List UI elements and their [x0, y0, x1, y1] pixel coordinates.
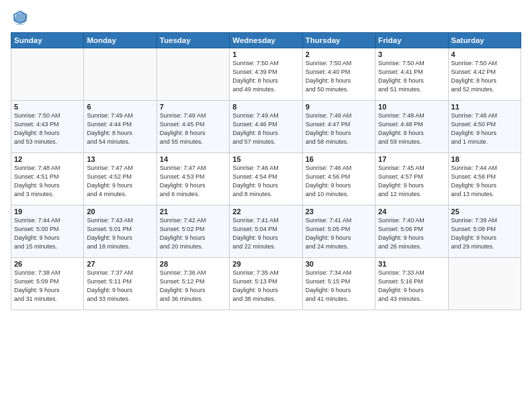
calendar-week-1: 1Sunrise: 7:50 AM Sunset: 4:39 PM Daylig… [11, 48, 521, 101]
day-number: 19 [14, 208, 81, 216]
day-number: 14 [160, 155, 226, 163]
calendar-cell: 5Sunrise: 7:50 AM Sunset: 4:43 PM Daylig… [11, 101, 84, 153]
day-number: 28 [160, 260, 226, 268]
day-info: Sunrise: 7:38 AM Sunset: 5:09 PM Dayligh… [14, 269, 81, 304]
calendar-cell: 8Sunrise: 7:49 AM Sunset: 4:46 PM Daylig… [230, 101, 302, 153]
calendar-cell: 25Sunrise: 7:39 AM Sunset: 5:08 PM Dayli… [448, 205, 521, 258]
calendar-cell: 4Sunrise: 7:50 AM Sunset: 4:42 PM Daylig… [448, 48, 521, 101]
day-info: Sunrise: 7:50 AM Sunset: 4:39 PM Dayligh… [232, 59, 299, 94]
calendar-table: SundayMondayTuesdayWednesdayThursdayFrid… [11, 32, 521, 310]
calendar-cell [84, 48, 157, 101]
day-info: Sunrise: 7:50 AM Sunset: 4:41 PM Dayligh… [378, 59, 445, 94]
calendar-week-2: 5Sunrise: 7:50 AM Sunset: 4:43 PM Daylig… [11, 101, 521, 153]
calendar-cell [157, 48, 229, 101]
day-number: 3 [378, 50, 445, 58]
day-info: Sunrise: 7:46 AM Sunset: 4:54 PM Dayligh… [232, 164, 299, 199]
day-number: 16 [306, 155, 372, 163]
day-number: 18 [451, 155, 518, 163]
calendar-cell: 12Sunrise: 7:48 AM Sunset: 4:51 PM Dayli… [11, 153, 84, 205]
day-info: Sunrise: 7:50 AM Sunset: 4:43 PM Dayligh… [14, 111, 81, 146]
calendar-cell: 26Sunrise: 7:38 AM Sunset: 5:09 PM Dayli… [11, 258, 84, 310]
day-number: 30 [306, 260, 372, 268]
weekday-header-thursday: Thursday [302, 33, 375, 48]
calendar-cell: 11Sunrise: 7:48 AM Sunset: 4:50 PM Dayli… [448, 101, 521, 153]
day-number: 13 [87, 155, 153, 163]
calendar-cell: 16Sunrise: 7:46 AM Sunset: 4:56 PM Dayli… [302, 153, 375, 205]
weekday-header-sunday: Sunday [11, 33, 84, 48]
day-info: Sunrise: 7:44 AM Sunset: 5:00 PM Dayligh… [14, 216, 81, 251]
day-number: 9 [306, 103, 372, 111]
day-info: Sunrise: 7:44 AM Sunset: 4:58 PM Dayligh… [451, 164, 518, 199]
weekday-header-saturday: Saturday [448, 33, 521, 48]
logo [11, 8, 32, 27]
logo-icon [11, 8, 30, 27]
day-number: 20 [87, 208, 153, 216]
calendar-cell: 28Sunrise: 7:36 AM Sunset: 5:12 PM Dayli… [157, 258, 229, 310]
day-number: 21 [160, 208, 226, 216]
day-number: 26 [14, 260, 81, 268]
day-number: 25 [451, 208, 518, 216]
day-number: 10 [378, 103, 445, 111]
day-info: Sunrise: 7:36 AM Sunset: 5:12 PM Dayligh… [160, 269, 226, 304]
calendar-cell: 9Sunrise: 7:49 AM Sunset: 4:47 PM Daylig… [302, 101, 375, 153]
day-number: 6 [87, 103, 153, 111]
day-info: Sunrise: 7:46 AM Sunset: 4:56 PM Dayligh… [306, 164, 372, 199]
calendar-cell: 10Sunrise: 7:48 AM Sunset: 4:48 PM Dayli… [375, 101, 448, 153]
day-info: Sunrise: 7:40 AM Sunset: 5:06 PM Dayligh… [378, 216, 445, 251]
day-info: Sunrise: 7:42 AM Sunset: 5:02 PM Dayligh… [160, 216, 226, 251]
calendar-cell: 29Sunrise: 7:35 AM Sunset: 5:13 PM Dayli… [230, 258, 302, 310]
day-number: 11 [451, 103, 518, 111]
day-info: Sunrise: 7:48 AM Sunset: 4:48 PM Dayligh… [378, 111, 445, 146]
calendar-cell: 23Sunrise: 7:41 AM Sunset: 5:05 PM Dayli… [302, 205, 375, 258]
calendar-cell: 17Sunrise: 7:45 AM Sunset: 4:57 PM Dayli… [375, 153, 448, 205]
weekday-header-monday: Monday [84, 33, 157, 48]
day-number: 7 [160, 103, 226, 111]
day-info: Sunrise: 7:50 AM Sunset: 4:40 PM Dayligh… [306, 59, 372, 94]
calendar-header-row: SundayMondayTuesdayWednesdayThursdayFrid… [11, 33, 521, 48]
day-number: 22 [232, 208, 299, 216]
day-info: Sunrise: 7:49 AM Sunset: 4:44 PM Dayligh… [87, 111, 153, 146]
header [11, 8, 521, 27]
day-number: 29 [232, 260, 299, 268]
day-info: Sunrise: 7:47 AM Sunset: 4:52 PM Dayligh… [87, 164, 153, 199]
day-info: Sunrise: 7:34 AM Sunset: 5:15 PM Dayligh… [306, 269, 372, 304]
calendar-cell [11, 48, 84, 101]
calendar-cell: 24Sunrise: 7:40 AM Sunset: 5:06 PM Dayli… [375, 205, 448, 258]
calendar-cell: 20Sunrise: 7:43 AM Sunset: 5:01 PM Dayli… [84, 205, 157, 258]
calendar-week-3: 12Sunrise: 7:48 AM Sunset: 4:51 PM Dayli… [11, 153, 521, 205]
day-number: 12 [14, 155, 81, 163]
calendar-week-5: 26Sunrise: 7:38 AM Sunset: 5:09 PM Dayli… [11, 258, 521, 310]
day-info: Sunrise: 7:35 AM Sunset: 5:13 PM Dayligh… [232, 269, 299, 304]
calendar-cell [448, 258, 521, 310]
day-info: Sunrise: 7:49 AM Sunset: 4:47 PM Dayligh… [306, 111, 372, 146]
calendar-cell: 21Sunrise: 7:42 AM Sunset: 5:02 PM Dayli… [157, 205, 229, 258]
day-number: 27 [87, 260, 153, 268]
calendar-cell: 22Sunrise: 7:41 AM Sunset: 5:04 PM Dayli… [230, 205, 302, 258]
calendar-cell: 7Sunrise: 7:49 AM Sunset: 4:45 PM Daylig… [157, 101, 229, 153]
calendar-cell: 3Sunrise: 7:50 AM Sunset: 4:41 PM Daylig… [375, 48, 448, 101]
day-number: 31 [378, 260, 445, 268]
day-info: Sunrise: 7:48 AM Sunset: 4:51 PM Dayligh… [14, 164, 81, 199]
day-number: 8 [232, 103, 299, 111]
day-info: Sunrise: 7:33 AM Sunset: 5:16 PM Dayligh… [378, 269, 445, 304]
day-info: Sunrise: 7:47 AM Sunset: 4:53 PM Dayligh… [160, 164, 226, 199]
calendar-cell: 6Sunrise: 7:49 AM Sunset: 4:44 PM Daylig… [84, 101, 157, 153]
day-info: Sunrise: 7:41 AM Sunset: 5:04 PM Dayligh… [232, 216, 299, 251]
day-number: 15 [232, 155, 299, 163]
day-info: Sunrise: 7:37 AM Sunset: 5:11 PM Dayligh… [87, 269, 153, 304]
day-info: Sunrise: 7:39 AM Sunset: 5:08 PM Dayligh… [451, 216, 518, 251]
day-number: 24 [378, 208, 445, 216]
day-info: Sunrise: 7:49 AM Sunset: 4:45 PM Dayligh… [160, 111, 226, 146]
page: SundayMondayTuesdayWednesdayThursdayFrid… [0, 0, 532, 411]
calendar-cell: 27Sunrise: 7:37 AM Sunset: 5:11 PM Dayli… [84, 258, 157, 310]
calendar-cell: 2Sunrise: 7:50 AM Sunset: 4:40 PM Daylig… [302, 48, 375, 101]
day-info: Sunrise: 7:43 AM Sunset: 5:01 PM Dayligh… [87, 216, 153, 251]
day-info: Sunrise: 7:41 AM Sunset: 5:05 PM Dayligh… [306, 216, 372, 251]
calendar-cell: 13Sunrise: 7:47 AM Sunset: 4:52 PM Dayli… [84, 153, 157, 205]
day-number: 4 [451, 50, 518, 58]
day-number: 2 [306, 50, 372, 58]
day-info: Sunrise: 7:45 AM Sunset: 4:57 PM Dayligh… [378, 164, 445, 199]
calendar-cell: 14Sunrise: 7:47 AM Sunset: 4:53 PM Dayli… [157, 153, 229, 205]
day-info: Sunrise: 7:49 AM Sunset: 4:46 PM Dayligh… [232, 111, 299, 146]
calendar-cell: 31Sunrise: 7:33 AM Sunset: 5:16 PM Dayli… [375, 258, 448, 310]
